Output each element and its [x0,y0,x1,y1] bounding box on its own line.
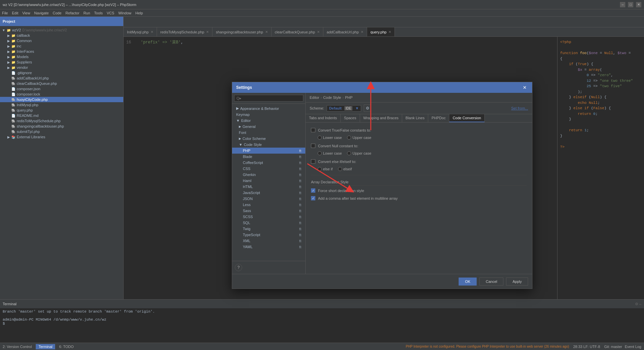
tree-item-initmysql[interactable]: 🐘 InitMysql.php [0,102,123,108]
tab-close-shangxing[interactable]: ✕ [265,30,268,34]
checkbox-truefalse[interactable] [311,128,315,132]
tab-close-clearcallback[interactable]: ✕ [317,30,320,34]
close-button[interactable]: ✕ [636,2,641,7]
nav-codestyle[interactable]: ▼ Code Style [232,142,305,148]
tree-item-external[interactable]: ▶ 📚 External Libraries [0,134,123,140]
terminal-tab[interactable]: Terminal [36,344,55,349]
menu-run[interactable]: Run [84,11,90,15]
version-control-tab[interactable]: 2: Version Control [3,345,32,349]
checkbox-elseif[interactable] [311,159,315,164]
tree-item-composerjson[interactable]: 📄 composer.json [0,86,123,92]
tree-item-query[interactable]: 🐘 query.php [0,108,123,113]
nav-sql[interactable]: SQL ⎘ [232,220,305,226]
cs-tab-wrapping[interactable]: Wrapping and Braces [360,114,402,122]
tab-initmysql[interactable]: InitMysql.php ✕ [124,27,157,37]
nav-coffeescript[interactable]: CoffeeScript ⎘ [232,160,305,166]
nav-appearance[interactable]: ▶ Appearance & Behavior [232,105,305,112]
tree-item-common[interactable]: ▶ 📁 Common [0,38,123,43]
menu-vcs[interactable]: VCS [107,11,115,15]
dialog-close-button[interactable]: ✕ [521,84,528,91]
tree-item-addcallback[interactable]: 🐘 addCallbackUrl.php [0,75,123,81]
nav-php[interactable]: PHP ⎘ [232,148,305,154]
maximize-button[interactable]: □ [628,2,633,7]
menu-tools[interactable]: Tools [94,11,103,15]
set-from-link[interactable]: Set from... [511,106,528,110]
tree-item-submittpl[interactable]: 🐘 submitTpl.php [0,129,123,134]
tree-item-vendor[interactable]: ▶ 📁 vendor [0,65,123,70]
radio-btn-null-lower[interactable] [318,151,322,155]
apply-button[interactable]: Apply [506,278,528,286]
radio-truefalse-upper[interactable]: Upper case [347,136,371,140]
radio-elseif-elseif[interactable]: else if [318,167,333,171]
cancel-button[interactable]: Cancel [479,278,503,286]
nav-scss[interactable]: SCSS ⎘ [232,214,305,220]
minimize-button[interactable]: – [620,2,625,7]
tab-clearcallback[interactable]: clearCallbackQueue.php ✕ [272,27,323,37]
nav-css[interactable]: CSS ⎘ [232,166,305,172]
terminal-controls[interactable]: ⚙ – [635,302,641,306]
nav-xml[interactable]: XML ⎘ [232,238,305,244]
tab-close-initmysql[interactable]: ✕ [151,30,153,34]
menu-edit[interactable]: Edit [12,11,18,15]
tree-item-inc[interactable]: ▶ 📁 inc [0,43,123,49]
menu-refactor[interactable]: Refactor [65,11,79,15]
nav-haml[interactable]: Haml ⎘ [232,178,305,184]
tree-root[interactable]: ▼ 📁 wzV2 D:\wnmp\www\v.juhe.cn\wzV2 [0,27,123,33]
nav-sass[interactable]: Sass ⎘ [232,208,305,214]
nav-twig[interactable]: Twig ⎘ [232,226,305,232]
radio-null-upper[interactable]: Upper case [347,151,371,155]
tree-item-interfaces[interactable]: ▶ 📁 InterFaces [0,49,123,54]
tree-item-suppliers[interactable]: ▶ 📁 Suppliers [0,59,123,65]
nav-yaml[interactable]: YAML ⎘ [232,244,305,250]
nav-javascript[interactable]: JavaScript ⎘ [232,190,305,196]
php-warning[interactable]: PHP Interpreter is not configured. Pleas… [406,345,569,348]
settings-search-input[interactable] [234,95,303,102]
nav-typescript[interactable]: TypeScript ⎘ [232,232,305,238]
nav-html[interactable]: HTML ⎘ [232,184,305,190]
tab-shangxing[interactable]: shangxingcallbacktouser.php ✕ [212,27,271,37]
checkbox-null[interactable] [311,144,315,148]
nav-keymap[interactable]: Keymap [232,112,305,118]
nav-gherkin[interactable]: Gherkin ⎘ [232,172,305,178]
nav-font[interactable]: Font [232,130,305,136]
scheme-select[interactable]: Default IDE ▼ [327,105,361,112]
checkbox-forceshort[interactable] [311,188,315,193]
menu-code[interactable]: Code [53,11,61,15]
cs-tab-blanklines[interactable]: Blank Lines [402,114,428,122]
nav-general[interactable]: ▶ General [232,124,305,130]
ok-button[interactable]: OK [459,278,477,286]
radio-elseif-elseif2[interactable]: elseif [338,167,352,171]
tab-close-redismysql[interactable]: ✕ [206,30,209,34]
todo-tab[interactable]: 6: TODO [59,345,74,349]
radio-btn-null-upper[interactable] [347,151,351,155]
tab-query[interactable]: query.php ✕ [367,27,395,37]
cs-tab-codeconversion[interactable]: Code Conversion [449,114,485,122]
nav-editor[interactable]: ▼ Editor [232,118,305,124]
nav-json[interactable]: JSON ⎘ [232,196,305,202]
tree-item-callback[interactable]: ▶ 📁 callback [0,33,123,38]
nav-colorscheme[interactable]: ▶ Color Scheme [232,136,305,142]
nav-less[interactable]: Less ⎘ [232,202,305,208]
checkbox-addcomma[interactable] [311,196,315,200]
tree-item-redismysql[interactable]: 🐘 redisToMysqlSchedule.php [0,118,123,124]
tree-item-gitignore[interactable]: 📄 .gitignore [0,70,123,75]
menu-navigate[interactable]: Navigate [34,11,48,15]
cs-tab-spaces[interactable]: Spaces [341,114,360,122]
tree-item-readme[interactable]: 📄 README.md [0,113,123,118]
radio-truefalse-lower[interactable]: Lower case [318,136,342,140]
scheme-gear-button[interactable]: ⚙ [364,105,371,112]
radio-btn-truefalse-upper[interactable] [347,136,351,140]
radio-btn-elseif2[interactable] [338,167,342,171]
help-button[interactable]: ? [235,264,242,271]
tab-redismysql[interactable]: redisToMysqlSchedule.php ✕ [157,27,212,37]
menu-window[interactable]: Window [118,11,131,15]
tab-close-query[interactable]: ✕ [388,30,391,34]
nav-blade[interactable]: Blade ⎘ [232,154,305,160]
menu-view[interactable]: View [22,11,30,15]
tree-item-composerlock[interactable]: 📄 composer.lock [0,92,123,97]
radio-btn-truefalse-lower[interactable] [318,136,322,140]
tab-addcallback[interactable]: addCallbackUrl.php ✕ [323,27,367,37]
tree-item-shangxing[interactable]: 🐘 shangxingcallbacktouser.php [0,124,123,129]
radio-btn-elseif-elseif[interactable] [318,167,322,171]
cs-tab-tabsindents[interactable]: Tabs and Indents [306,114,341,122]
